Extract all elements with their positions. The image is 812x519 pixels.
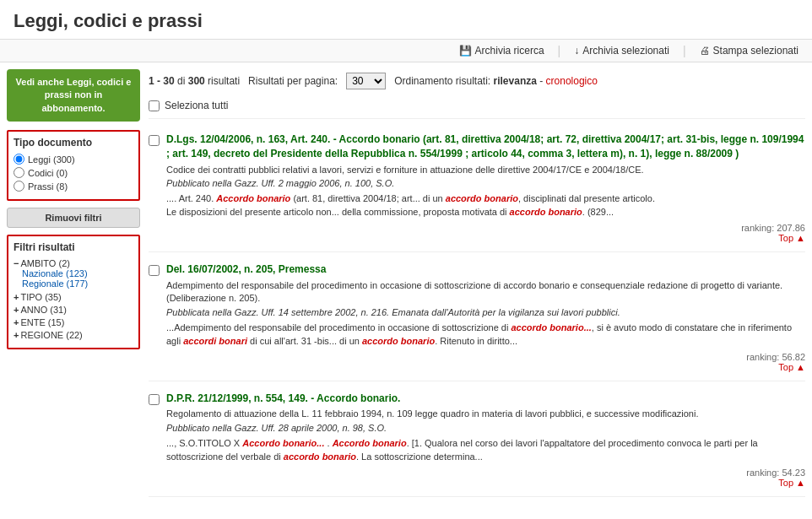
print-icon: 🖨 (700, 45, 710, 57)
result-description-3: Regolamento di attuazione della L. 11 fe… (166, 408, 805, 420)
filter-ambito-header[interactable]: − AMBITO (2) (14, 258, 133, 268)
result-published-2: Pubblicata nella Gazz. Uff. 14 settembre… (166, 307, 805, 317)
result-excerpt-3: ..., S.O.TITOLO X Accordo bonario... . A… (166, 436, 805, 464)
filter-ente-header[interactable]: + ENTE (15) (14, 317, 133, 327)
tipo-documento-box: Tipo documento Leggi (300) Codici (0) Pr… (7, 130, 140, 201)
ordering-cronologico-link[interactable]: cronologico (546, 75, 598, 87)
result-title-2[interactable]: Del. 16/07/2002, n. 205, Premessa (166, 263, 326, 275)
filtri-risultati-box: Filtri risultati − AMBITO (2) Nazionale … (7, 235, 140, 349)
filter-group-ente: + ENTE (15) (14, 317, 133, 327)
filtri-risultati-title: Filtri risultati (14, 241, 133, 253)
print-selected-button[interactable]: 🖨 Stampa selezionati (696, 43, 802, 58)
floppy-icon: 💾 (459, 45, 472, 57)
top-anchor-1[interactable]: Top ▲ (778, 233, 805, 243)
result-item: Del. 16/07/2002, n. 205, Premessa Adempi… (149, 256, 805, 381)
result-excerpt-2: ...Adempimento del responsabile del proc… (166, 321, 805, 349)
filter-group-regione: + REGIONE (22) (14, 330, 133, 340)
result-title-1[interactable]: D.Lgs. 12/04/2006, n. 163, Art. 240. - A… (166, 133, 804, 159)
filter-tipo-header[interactable]: + TIPO (35) (14, 292, 133, 302)
tipo-leggi-option[interactable]: Leggi (300) (14, 154, 133, 165)
result-checkbox-2[interactable] (149, 265, 160, 276)
remove-filters-button[interactable]: Rimuovi filtri (7, 208, 140, 228)
download-icon: ↓ (574, 45, 579, 57)
result-published-3: Pubblicato nella Gazz. Uff. 28 aprile 20… (166, 423, 805, 433)
result-title-3[interactable]: D.P.R. 21/12/1999, n. 554, 149. - Accord… (166, 392, 400, 404)
page-title: Leggi, codici e prassi (0, 0, 812, 39)
top-anchor-3[interactable]: Top ▲ (778, 478, 805, 488)
archive-search-button[interactable]: 💾 Archivia ricerca (456, 43, 548, 58)
result-description-2: Adempimento del responsabile del procedi… (166, 279, 805, 305)
filter-group-tipo: + TIPO (35) (14, 292, 133, 302)
ordering-label: Ordinamento risultati: rilevanza - crono… (394, 75, 598, 87)
top-link-1: Top ▲ (166, 233, 805, 243)
archive-selected-button[interactable]: ↓ Archivia selezionati (571, 43, 673, 58)
tipo-documento-title: Tipo documento (14, 137, 133, 149)
result-ranking-1: ranking: 207.86 (166, 223, 805, 233)
filter-anno-header[interactable]: + ANNO (31) (14, 305, 133, 315)
top-link-2: Top ▲ (166, 362, 805, 372)
filter-group-anno: + ANNO (31) (14, 305, 133, 315)
result-ranking-2: ranking: 56.82 (166, 352, 805, 362)
filter-regione-header[interactable]: + REGIONE (22) (14, 330, 133, 340)
filter-group-ambito: − AMBITO (2) Nazionale (123) Regionale (… (14, 258, 133, 289)
filter-ambito-nazionale[interactable]: Nazionale (123) (14, 268, 133, 278)
results-bar: 1 - 30 di 300 risultati Risultati per pa… (149, 69, 805, 96)
result-excerpt-1: .... Art. 240. Accordo bonario (art. 81,… (166, 192, 805, 219)
result-description-1: Codice dei contratti pubblici relativi a… (166, 164, 805, 176)
result-item: D.Lgs. 12/04/2006, n. 163, Art. 240. - A… (149, 126, 805, 252)
result-checkbox-3[interactable] (149, 394, 160, 405)
main-layout: Vedi anche Leggi, codici e prassi non in… (0, 62, 812, 507)
per-page-select[interactable]: 30 50 100 (346, 73, 386, 89)
result-published-1: Pubblicato nella Gazz. Uff. 2 maggio 200… (166, 178, 805, 188)
top-toolbar: 💾 Archivia ricerca | ↓ Archivia selezion… (0, 39, 812, 62)
top-anchor-2[interactable]: Top ▲ (778, 362, 805, 372)
select-all-label: Seleziona tutti (165, 100, 228, 111)
select-all-row: Seleziona tutti (149, 96, 805, 119)
select-all-checkbox[interactable] (149, 100, 160, 111)
vedi-anche-button[interactable]: Vedi anche Leggi, codici e prassi non in… (7, 69, 140, 122)
tipo-prassi-option[interactable]: Prassi (8) (14, 181, 133, 192)
result-ranking-3: ranking: 54.23 (166, 468, 805, 478)
content-area: 1 - 30 di 300 risultati Risultati per pa… (149, 69, 805, 500)
tipo-codici-option[interactable]: Codici (0) (14, 167, 133, 178)
top-link-3: Top ▲ (166, 478, 805, 488)
per-page-label: Risultati per pagina: (248, 75, 338, 87)
sidebar: Vedi anche Leggi, codici e prassi non in… (7, 69, 140, 500)
results-count: 1 - 30 di 300 risultati (149, 75, 240, 87)
result-checkbox-1[interactable] (149, 135, 160, 146)
filter-ambito-regionale[interactable]: Regionale (177) (14, 278, 133, 289)
result-item: D.P.R. 21/12/1999, n. 554, 149. - Accord… (149, 385, 805, 497)
